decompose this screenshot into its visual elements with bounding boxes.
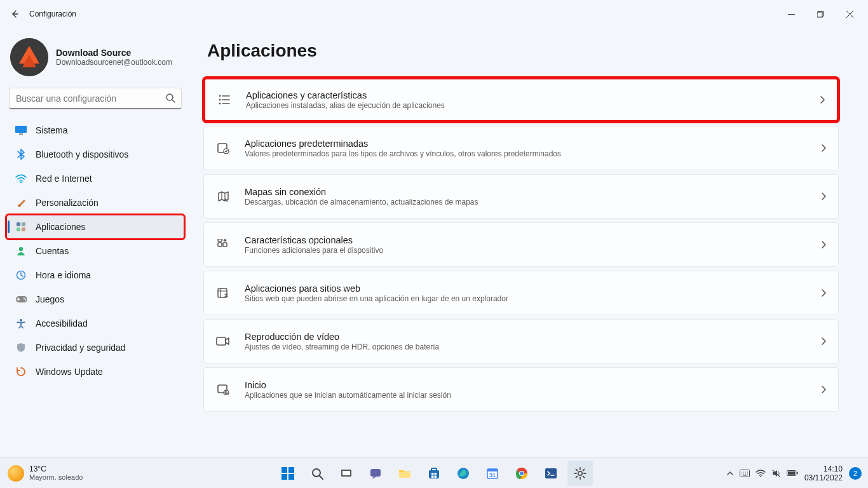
store-button[interactable] [421,461,447,486]
card-desc: Aplicaciones instaladas, alias de ejecuc… [246,101,819,110]
search-input[interactable] [9,88,182,109]
task-view-button[interactable] [334,461,359,486]
svg-point-17 [219,95,221,97]
display-icon [15,125,27,136]
list-icon [217,94,232,105]
card-desc: Descargas, ubicación de almacenamiento, … [245,198,820,207]
task-view-icon [339,466,353,480]
svg-point-34 [313,469,320,477]
clock-time: 14:10 [804,464,843,473]
clock[interactable]: 14:10 03/11/2022 [804,464,843,482]
profile-email: Downloadsourcenet@outlook.com [56,58,172,67]
svg-rect-40 [431,468,437,471]
card-desc: Valores predeterminados para los tipos d… [245,149,820,158]
minimize-button[interactable] [776,4,806,24]
sidebar-item-7[interactable]: Juegos [6,287,184,311]
terminal-icon [544,466,558,480]
settings-card-0[interactable]: Aplicaciones y característicasAplicacion… [203,78,839,122]
settings-card-2[interactable]: Mapas sin conexiónDescargas, ubicación d… [203,174,839,219]
sidebar-item-label: Sistema [36,125,68,135]
chat-button[interactable] [363,461,388,486]
card-title: Inicio [245,380,820,390]
gear-icon [573,466,587,480]
svg-rect-24 [223,243,227,247]
weather-temp: 13°C [29,465,83,473]
explorer-button[interactable] [392,461,417,486]
svg-rect-58 [788,471,795,475]
svg-rect-25 [218,239,222,241]
shield-icon [15,342,27,353]
sidebar-item-label: Bluetooth y dispositivos [36,149,128,159]
svg-rect-33 [288,474,294,480]
windows-icon [280,466,295,481]
taskbar: 13°C Mayorm. soleado 31 14:10 03/11/2022… [0,458,868,488]
terminal-button[interactable] [538,461,564,486]
search-box [9,88,182,109]
close-icon [846,11,853,18]
sidebar-item-10[interactable]: Windows Update [6,360,184,384]
sidebar-item-9[interactable]: Privacidad y seguridad [6,336,184,360]
svg-rect-8 [22,222,25,226]
settings-card-1[interactable]: Aplicaciones predeterminadasValores pred… [203,126,839,170]
settings-cards: Aplicaciones y característicasAplicacion… [203,78,839,412]
notification-badge[interactable]: 2 [849,467,862,480]
sidebar-item-1[interactable]: Bluetooth y dispositivos [6,142,184,166]
sidebar-item-label: Cuentas [36,246,69,256]
settings-card-6[interactable]: InicioAplicaciones que se inician automá… [203,367,839,412]
chevron-up-icon [726,470,734,477]
svg-rect-30 [281,467,287,473]
start-button[interactable] [275,461,301,486]
svg-text:31: 31 [489,472,496,478]
svg-rect-47 [487,469,498,471]
svg-rect-7 [17,222,20,226]
calendar-icon: 31 [485,466,499,480]
settings-card-5[interactable]: Reproducción de vídeoAjustes de vídeo, s… [203,319,839,363]
svg-rect-23 [218,243,222,247]
weather-widget[interactable]: 13°C Mayorm. soleado [0,465,83,482]
profile-block[interactable]: Download Source Downloadsourcenet@outloo… [6,36,184,85]
sidebar-item-label: Hora e idioma [36,270,91,280]
taskbar-center: 31 [275,461,593,486]
taskbar-right: 14:10 03/11/2022 2 [726,464,868,482]
sidebar-item-5[interactable]: Cuentas [6,239,184,263]
search-icon [165,93,175,103]
sidebar: Download Source Downloadsourcenet@outloo… [0,28,191,458]
svg-rect-9 [17,227,20,231]
update-icon [15,366,27,377]
sidebar-item-0[interactable]: Sistema [6,118,184,142]
card-title: Mapas sin conexión [245,187,820,197]
back-button[interactable] [4,3,25,25]
system-tray[interactable] [726,469,798,478]
sidebar-item-6[interactable]: Hora e idioma [6,263,184,287]
store-icon [427,466,441,480]
card-desc: Ajustes de vídeo, streaming de HDR, opci… [245,342,820,351]
settings-card-4[interactable]: Aplicaciones para sitios webSitios web q… [203,271,839,315]
sidebar-item-8[interactable]: Accesibilidad [6,311,184,336]
chevron-right-icon [820,192,827,201]
settings-taskbar-button[interactable] [567,461,593,486]
svg-rect-37 [370,469,381,477]
close-button[interactable] [835,4,864,24]
taskbar-search-button[interactable] [304,461,330,486]
chevron-right-icon [820,288,827,297]
chat-icon [369,466,383,480]
svg-point-55 [760,476,761,477]
edge-icon [456,466,470,480]
svg-rect-57 [796,472,797,475]
svg-point-6 [20,182,22,183]
card-texts: Características opcionalesFunciones adic… [245,235,820,255]
sidebar-item-2[interactable]: Red e Internet [6,166,184,191]
settings-card-3[interactable]: Características opcionalesFunciones adic… [203,222,839,267]
search-icon [310,466,324,480]
calendar-button[interactable]: 31 [480,461,505,486]
card-texts: Reproducción de vídeoAjustes de vídeo, s… [245,332,820,351]
wifi-tray-icon [756,470,766,477]
sidebar-item-3[interactable]: Personalización [6,191,184,215]
profile-name: Download Source [56,48,172,58]
sidebar-item-4[interactable]: Aplicaciones [6,215,184,239]
svg-rect-5 [19,133,23,135]
edge-button[interactable] [451,461,476,486]
chrome-button[interactable] [509,461,534,486]
svg-rect-32 [281,474,287,480]
maximize-button[interactable] [806,4,835,24]
